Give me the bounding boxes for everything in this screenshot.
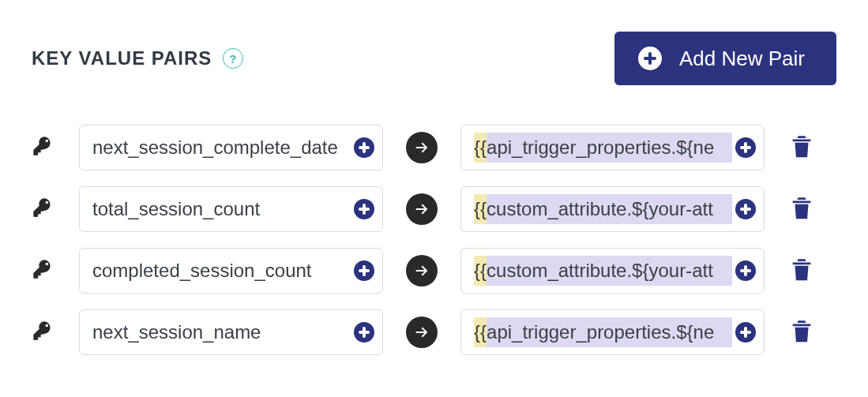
value-input-text: {{custom_attribute.${your-att (474, 256, 732, 286)
key-input-text: total_session_count (92, 198, 351, 220)
pair-row: next_session_name {{api_trigger_properti… (32, 309, 836, 355)
value-input-text: {{api_trigger_properties.${ne (474, 317, 732, 347)
delete-pair-button[interactable] (788, 131, 815, 164)
key-input[interactable]: total_session_count (79, 186, 383, 232)
svg-rect-1 (802, 145, 805, 154)
svg-rect-7 (802, 330, 805, 339)
key-icon (32, 135, 60, 160)
insert-variable-icon[interactable] (354, 137, 374, 158)
plus-circle-icon (638, 47, 662, 70)
insert-variable-icon[interactable] (354, 322, 374, 343)
section-title-text: KEY VALUE PAIRS (32, 47, 212, 69)
svg-rect-4 (798, 268, 801, 277)
arrow-right-icon (406, 316, 438, 348)
insert-variable-icon[interactable] (354, 260, 374, 281)
delete-pair-button[interactable] (788, 254, 815, 287)
key-input[interactable]: next_session_name (79, 309, 383, 355)
svg-rect-6 (798, 330, 801, 339)
key-icon (32, 197, 60, 222)
pair-row: completed_session_count {{custom_attribu… (32, 248, 836, 294)
key-input-text: next_session_name (92, 321, 351, 343)
arrow-right-icon (406, 132, 438, 163)
add-new-pair-button[interactable]: Add New Pair (614, 32, 836, 85)
delete-pair-button[interactable] (788, 193, 815, 226)
insert-variable-icon[interactable] (354, 199, 374, 219)
svg-rect-5 (802, 268, 805, 277)
add-new-pair-label: Add New Pair (679, 47, 805, 71)
key-icon (32, 258, 60, 283)
delete-pair-button[interactable] (788, 316, 815, 349)
svg-rect-2 (798, 207, 801, 215)
value-input-text: {{custom_attribute.${your-att (474, 194, 732, 224)
section-title: KEY VALUE PAIRS ? (32, 47, 243, 69)
key-input-text: next_session_complete_date (92, 137, 351, 159)
value-input[interactable]: {{api_trigger_properties.${ne (460, 309, 765, 355)
help-icon[interactable]: ? (223, 48, 243, 69)
svg-rect-3 (802, 207, 805, 215)
arrow-right-icon (406, 193, 438, 225)
pairs-list: next_session_complete_date {{api_trigger… (32, 125, 836, 355)
insert-variable-icon[interactable] (735, 322, 756, 343)
pair-row: total_session_count {{custom_attribute.$… (32, 186, 836, 232)
insert-variable-icon[interactable] (735, 260, 756, 281)
key-input[interactable]: completed_session_count (79, 248, 383, 294)
value-input-text: {{api_trigger_properties.${ne (474, 133, 732, 163)
svg-rect-0 (798, 145, 801, 154)
value-input[interactable]: {{custom_attribute.${your-att (460, 248, 765, 294)
value-input[interactable]: {{api_trigger_properties.${ne (460, 125, 765, 170)
insert-variable-icon[interactable] (735, 137, 756, 158)
pair-row: next_session_complete_date {{api_trigger… (32, 125, 836, 170)
insert-variable-icon[interactable] (735, 199, 756, 219)
arrow-right-icon (406, 255, 438, 287)
key-input-text: completed_session_count (92, 260, 351, 282)
key-icon (32, 320, 60, 345)
value-input[interactable]: {{custom_attribute.${your-att (460, 186, 765, 232)
header-row: KEY VALUE PAIRS ? Add New Pair (32, 32, 836, 85)
key-input[interactable]: next_session_complete_date (79, 125, 383, 170)
